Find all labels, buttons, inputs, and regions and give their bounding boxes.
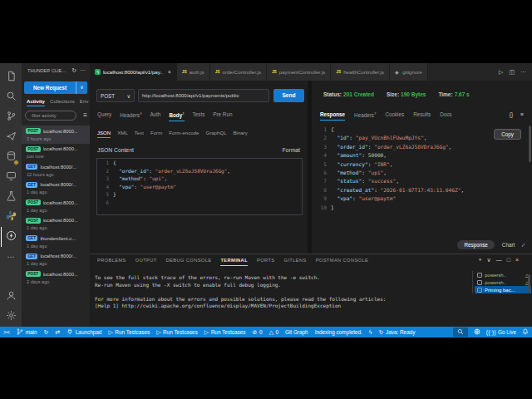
- editor-tab[interactable]: JSorderController.js: [210, 63, 267, 81]
- lines-icon[interactable]: ≡: [520, 111, 524, 117]
- panel-tab-debug-console[interactable]: DEBUG CONSOLE: [166, 258, 212, 266]
- account-icon[interactable]: [1, 287, 21, 307]
- remote-explorer-icon[interactable]: [1, 167, 21, 187]
- python-icon[interactable]: [1, 207, 21, 227]
- method-select[interactable]: POST ∨: [96, 89, 135, 102]
- sidebar-tab-collections[interactable]: Collections: [50, 98, 75, 106]
- panel-tab-problems[interactable]: PROBLEMS: [97, 258, 126, 266]
- statusbar-item[interactable]: [522, 328, 529, 336]
- response-tab-response[interactable]: Response: [320, 111, 345, 121]
- more-icon[interactable]: ⋯: [1, 247, 21, 267]
- statusbar-item[interactable]: [474, 328, 480, 336]
- body-tab-json[interactable]: JSON: [97, 130, 111, 138]
- statusbar-item[interactable]: ><: [3, 329, 10, 335]
- request-tab-headers[interactable]: Headers3: [120, 111, 141, 121]
- format-button[interactable]: Format: [282, 147, 300, 153]
- sidebar-tab-env[interactable]: Env: [80, 98, 89, 106]
- list-item[interactable]: POSTlocalhost:8000...3 hours ago: [22, 126, 90, 144]
- terminal-output[interactable]: To see the full stack trace of the error…: [95, 274, 470, 310]
- settings-icon[interactable]: [1, 307, 21, 327]
- expand-icon[interactable]: ↕: [520, 241, 528, 249]
- panel-tab-ports[interactable]: PORTS: [257, 258, 275, 266]
- request-tab-body[interactable]: Body1: [169, 111, 184, 121]
- refresh-icon[interactable]: ↻: [71, 67, 76, 74]
- panel-tab-gitlens[interactable]: GITLENS: [284, 258, 307, 266]
- statusbar-item--[interactable]: △0: [268, 329, 278, 335]
- body-tab-xml[interactable]: XML: [117, 130, 128, 138]
- braces-icon[interactable]: {}: [510, 111, 513, 117]
- statusbar-item[interactable]: ϟ: [369, 329, 372, 335]
- response-tab-headers[interactable]: Headers7: [354, 111, 376, 121]
- request-tab-tests[interactable]: Tests: [193, 111, 205, 121]
- statusbar-item-launchpad[interactable]: Launchpad: [66, 328, 101, 336]
- run-icon[interactable]: ▷: [499, 69, 503, 76]
- editor-tab[interactable]: ϟlocalhost:8000/api/v1/pay..×: [90, 63, 177, 81]
- terminal-list-item[interactable]: ›powersh..△: [475, 278, 531, 286]
- terminal-list-item[interactable]: ›Priming bac...: [475, 286, 531, 293]
- database-icon[interactable]: [1, 147, 21, 167]
- send-button[interactable]: Send: [273, 89, 304, 102]
- request-tab-query[interactable]: Query: [97, 111, 111, 121]
- more-actions-icon[interactable]: ⋯: [520, 69, 526, 76]
- list-item[interactable]: GETlocalhost:8000/...12 hours ago: [22, 161, 90, 180]
- sidebar-tab-activity[interactable]: Activity: [27, 98, 45, 106]
- request-tab-auth[interactable]: Auth: [150, 111, 160, 121]
- list-item[interactable]: POSTlocalhost:8000...just now: [22, 144, 90, 162]
- body-tab-graphql[interactable]: GraphQL: [205, 130, 226, 138]
- source-control-icon[interactable]: [1, 107, 21, 127]
- statusbar-item-go-live[interactable]: ((·))Go Live: [486, 329, 516, 335]
- terminal-scrollbar[interactable]: [528, 274, 530, 293]
- terminal-dropdown-icon[interactable]: ∨: [487, 257, 491, 264]
- maximize-panel-icon[interactable]: □: [507, 257, 510, 264]
- panel-tab-terminal[interactable]: TERMINAL: [220, 258, 248, 266]
- request-body-editor[interactable]: 1{2 "order_id": "order_vLZ6aJ58VDraJ6Gg"…: [96, 158, 303, 215]
- search-icon[interactable]: [1, 87, 21, 107]
- response-tab-cookies[interactable]: Cookies: [385, 111, 404, 121]
- editor-tab[interactable]: JSpaymentController.js: [267, 63, 331, 81]
- close-icon[interactable]: ×: [168, 69, 171, 75]
- response-body-view[interactable]: 1{2 "id": "pay_VUcnBhlFUwuMpJYs",3 "orde…: [315, 126, 525, 234]
- new-request-button[interactable]: New Request ∨: [24, 81, 87, 94]
- body-tab-text[interactable]: Text: [135, 130, 144, 138]
- response-tab-docs[interactable]: Docs: [440, 111, 451, 121]
- list-item[interactable]: GETlocalhost:8000/...1 day ago: [22, 251, 90, 269]
- panel-tab-postman-console[interactable]: POSTMAN CONSOLE: [316, 258, 369, 266]
- sidebar-more-icon[interactable]: ⋯: [80, 67, 86, 74]
- statusbar-item-main[interactable]: main: [17, 328, 37, 336]
- list-item[interactable]: POSTlocalhost:8000...1 day ago: [22, 215, 90, 234]
- statusbar-item-run-testcases[interactable]: ▷Run Testcases: [204, 329, 246, 335]
- filter-activity-input[interactable]: filter activity: [25, 111, 76, 121]
- explorer-icon[interactable]: [1, 67, 21, 87]
- list-item[interactable]: GETthunderclient.c...1 day ago: [22, 233, 90, 251]
- statusbar-item-run-testcases[interactable]: ▷Run Testcases: [108, 329, 150, 335]
- statusbar-item-git-graph[interactable]: Git Graph: [285, 329, 308, 335]
- close-panel-icon[interactable]: ×: [515, 257, 519, 264]
- statusbar-item[interactable]: [453, 328, 468, 337]
- statusbar-item--[interactable]: ⊘0: [253, 329, 263, 335]
- minimize-panel-icon[interactable]: —: [496, 257, 502, 264]
- editor-tab[interactable]: ◆.gitignore: [390, 63, 428, 81]
- statusbar-item-java-ready[interactable]: ↻Java: Ready: [379, 329, 416, 335]
- response-scrollbar[interactable]: [529, 126, 531, 162]
- request-tab-pre-run[interactable]: Pre Run: [213, 111, 232, 121]
- statusbar-item-indexing-completed-[interactable]: Indexing completed.: [315, 329, 362, 335]
- body-tab-binary[interactable]: Binary: [234, 130, 248, 138]
- filter-menu-icon[interactable]: ≡: [83, 111, 87, 121]
- statusbar-item-run-testcases[interactable]: ▷Run Testcases: [156, 329, 198, 335]
- paper-plane-icon[interactable]: [1, 127, 21, 147]
- terminal-list-item[interactable]: ›powersh..△: [475, 271, 531, 278]
- panel-tab-output[interactable]: OUTPUT: [135, 258, 157, 266]
- statusbar-item[interactable]: ↻: [44, 329, 49, 335]
- beaker-icon[interactable]: [1, 187, 21, 207]
- response-view-tab-chart[interactable]: Chart: [502, 242, 515, 248]
- split-editor-icon[interactable]: ◫: [509, 69, 515, 76]
- editor-tab[interactable]: JShealthController.js: [331, 63, 390, 81]
- new-terminal-icon[interactable]: +: [478, 257, 481, 264]
- editor-tab[interactable]: JSauth.js: [177, 63, 210, 81]
- url-input[interactable]: http://localhost:8000/api/v1/payments/pu…: [138, 89, 269, 102]
- body-tab-form-encode[interactable]: Form-encode: [169, 130, 199, 138]
- copy-button[interactable]: Copy: [494, 129, 521, 140]
- thunder-client-icon[interactable]: [1, 227, 21, 247]
- body-tab-form[interactable]: Form: [150, 130, 162, 138]
- list-item[interactable]: GETlocalhost:8000/...1 day ago: [22, 180, 90, 198]
